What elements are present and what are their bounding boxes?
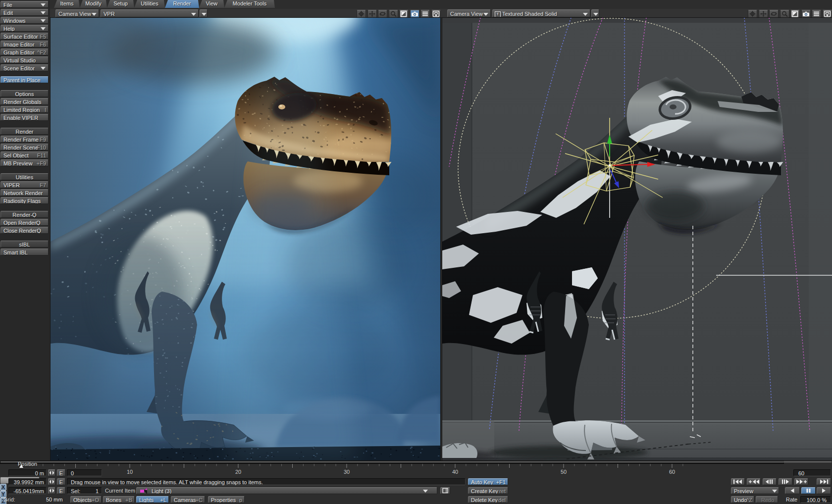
rate-value-field[interactable]: 100.0 % (800, 496, 831, 503)
sidebar-item-open-renderq[interactable]: Open RenderQ (0, 219, 49, 226)
axis-x-nudge-button[interactable] (48, 469, 55, 476)
axis-z-envelope-button[interactable]: E (57, 487, 65, 494)
left-camera-icon[interactable] (410, 10, 419, 18)
sidebar-item-network-render[interactable]: Network Render (0, 189, 49, 196)
left-rotate-icon[interactable] (378, 10, 387, 18)
left-pan-icon[interactable] (357, 10, 366, 18)
axis-y-envelope-button[interactable]: E (57, 478, 65, 485)
tab-utilities[interactable]: Utilities (134, 0, 165, 8)
axis-z-value-field[interactable]: -65.0419mm (8, 487, 47, 494)
sidebar-item-label: Windows (3, 17, 26, 24)
sidebar-item-scene-editor[interactable]: Scene Editor (0, 64, 49, 71)
play-reverse-button[interactable] (785, 487, 800, 494)
left-move-icon[interactable] (367, 10, 377, 18)
axis-y-nudge-button[interactable] (48, 478, 55, 485)
sidebar-item-shortcut: ^F2 (37, 49, 46, 55)
left-zoom-icon[interactable] (389, 10, 398, 18)
grid-value: 50 mm (46, 497, 63, 503)
sidebar-item-viper[interactable]: VIPERF7 (0, 181, 49, 188)
sidebar-item-mb-preview[interactable]: MB Preview+F9 (0, 159, 49, 166)
tab-view[interactable]: View (199, 0, 224, 8)
item-type-bones-button[interactable]: Bones+B (103, 496, 135, 503)
right-list-icon[interactable] (812, 10, 821, 18)
sidebar-item-image-editor[interactable]: Image EditorF6 (0, 41, 49, 48)
play-forward-button[interactable] (817, 487, 831, 494)
sidebar-item-virtual-studio[interactable]: Virtual Studio (0, 56, 49, 63)
previous-frame-button[interactable] (763, 478, 777, 485)
viewport-left-vpr[interactable] (51, 18, 440, 460)
opengl-canvas[interactable] (442, 18, 832, 460)
sidebar-item-close-renderq[interactable]: Close RenderQ (0, 227, 49, 234)
vpr-render-canvas[interactable] (51, 18, 440, 460)
undo-button[interactable]: Undo^Z (731, 496, 754, 503)
left-list-icon[interactable] (420, 10, 430, 18)
tab-items[interactable]: Items (54, 0, 80, 8)
sidebar-item-parent-in-place[interactable]: Parent in Place (0, 76, 49, 83)
timeline-tick-label: 30 (344, 469, 350, 475)
sidebar-item-file[interactable]: File (0, 1, 49, 8)
chevron-down-icon (483, 13, 488, 16)
sidebar-item-limited-region[interactable]: Limited Regionl (0, 106, 49, 113)
redo-button[interactable]: Redo (756, 496, 778, 503)
sidebar-item-windows[interactable]: Windows (0, 17, 49, 24)
axis-z-nudge-button[interactable] (48, 487, 55, 494)
sidebar-item-edit[interactable]: Edit (0, 9, 49, 16)
left-schematic-icon[interactable] (431, 10, 441, 18)
delete-key-button[interactable]: Delete Keydel (468, 496, 508, 503)
right-pan-icon[interactable] (748, 10, 757, 18)
item-type-lights-button[interactable]: Lights+L (136, 496, 169, 503)
create-key-button[interactable]: Create Keyret (468, 487, 508, 494)
item-type-properties-button[interactable]: Propertiesp (208, 496, 245, 503)
end-frame-field[interactable]: 60 (793, 469, 831, 476)
sidebar-item-radiosity-flags[interactable]: Radiosity Flags (0, 197, 49, 204)
left-maximize-icon[interactable] (399, 10, 409, 18)
view-mode-select-left[interactable]: Camera View (55, 9, 99, 17)
sidebar-item-help[interactable]: Help (0, 25, 49, 32)
next-frame-button[interactable] (779, 478, 792, 485)
axis-x-badge[interactable]: X (0, 484, 6, 491)
current-frame-field[interactable]: 0 (67, 469, 102, 476)
sidebar-item-sel-object[interactable]: Sel ObjectF11 (0, 151, 49, 158)
right-camera-icon[interactable] (801, 10, 811, 18)
viewport-right-opengl[interactable] (442, 18, 832, 460)
sidebar-item-render-scene[interactable]: Render SceneF10 (0, 144, 49, 151)
tab-setup[interactable]: Setup (107, 0, 134, 8)
axis-x-envelope-button[interactable]: E (57, 469, 65, 476)
right-move-icon[interactable] (759, 10, 768, 18)
sidebar-item-enable-viper[interactable]: Enable VIPER (0, 114, 49, 121)
item-list-button[interactable] (440, 487, 450, 494)
viewport-options-button-right[interactable] (591, 9, 599, 17)
sidebar-item-render-frame[interactable]: Render FrameF9 (0, 136, 49, 143)
tab-modify[interactable]: Modify (80, 0, 107, 8)
first-frame-button[interactable] (731, 478, 745, 485)
item-type-objects-button[interactable]: Objects+O (70, 496, 102, 503)
previous-keyframe-button[interactable] (747, 478, 761, 485)
right-schematic-icon[interactable] (823, 10, 832, 18)
timeline-range-bar (0, 461, 832, 462)
render-mode-select-left[interactable]: VPR (101, 9, 199, 17)
sidebar-item-graph-editor[interactable]: Graph Editor^F2 (0, 49, 49, 55)
auto-key-button[interactable]: Auto Key+F1 (468, 478, 508, 485)
next-keyframe-button[interactable] (794, 478, 808, 485)
viewport-options-button-left[interactable] (200, 9, 208, 17)
axis-x-value-field[interactable]: 0 m (8, 469, 47, 476)
last-frame-button[interactable] (817, 478, 831, 485)
tab-render[interactable]: Render (165, 0, 199, 8)
tab-modeler-tools[interactable]: Modeler Tools (224, 0, 275, 8)
right-zoom-icon[interactable] (780, 10, 789, 18)
sidebar-item-render-globals[interactable]: Render Globals (0, 98, 49, 105)
item-type-shortcut: +C (196, 497, 203, 503)
view-mode-select-right[interactable]: Camera View (447, 9, 491, 17)
current-item-select[interactable]: Light (3) (136, 487, 437, 494)
right-maximize-icon[interactable] (790, 10, 800, 18)
timeline-ruler[interactable]: 102030405060 (0, 464, 689, 477)
item-type-cameras-button[interactable]: Cameras+C (171, 496, 205, 503)
item-type-shortcut: +L (160, 497, 166, 503)
pause-button[interactable] (801, 487, 816, 494)
axis-y-value-field[interactable]: 39.9992 mm (8, 478, 47, 485)
preview-select[interactable]: Preview (731, 487, 779, 494)
right-rotate-icon[interactable] (769, 10, 779, 18)
sidebar-item-smart-ibl[interactable]: Smart IBL (0, 249, 49, 255)
sidebar-item-surface-editor[interactable]: Surface EditorF5 (0, 33, 49, 40)
render-mode-select-right[interactable]: TTextured Shaded Solid (492, 9, 590, 17)
